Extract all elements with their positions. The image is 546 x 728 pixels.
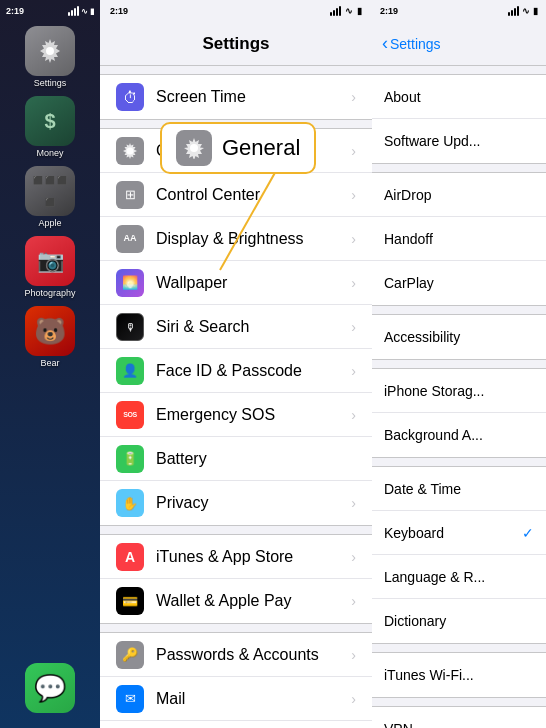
battery-icon: ▮ bbox=[90, 7, 94, 16]
right-row-airdrop[interactable]: AirDrop bbox=[372, 173, 546, 217]
app-bear[interactable]: 🐻 Bear bbox=[20, 306, 80, 368]
right-status-icons: ∿ ▮ bbox=[508, 6, 538, 16]
wifi-icon: ∿ bbox=[345, 6, 353, 16]
iphone-storage-label: iPhone Storag... bbox=[384, 383, 534, 399]
faceid-label: Face ID & Passcode bbox=[156, 362, 343, 380]
settings-row-itunes[interactable]: A iTunes & App Store › bbox=[100, 535, 372, 579]
settings-row-wallpaper[interactable]: 🌅 Wallpaper › bbox=[100, 261, 372, 305]
settings-row-faceid[interactable]: 👤 Face ID & Passcode › bbox=[100, 349, 372, 393]
right-row-itunes-wifi[interactable]: iTunes Wi-Fi... bbox=[372, 653, 546, 697]
right-row-about[interactable]: About bbox=[372, 75, 546, 119]
settings-row-screen-time[interactable]: ⏱ Screen Time › bbox=[100, 75, 372, 119]
right-time: 2:19 bbox=[380, 6, 398, 16]
general-settings-list: About Software Upd... AirDrop Handoff Ca… bbox=[372, 66, 546, 728]
right-row-accessibility[interactable]: Accessibility bbox=[372, 315, 546, 359]
chevron-icon: › bbox=[351, 319, 356, 335]
right-row-keyboard[interactable]: Keyboard ✓ bbox=[372, 511, 546, 555]
sos-label: Emergency SOS bbox=[156, 406, 343, 424]
middle-time: 2:19 bbox=[110, 6, 128, 16]
wallet-icon: 💳 bbox=[116, 587, 144, 615]
settings-group-3: A iTunes & App Store › 💳 Wallet & Apple … bbox=[100, 534, 372, 624]
chevron-icon: › bbox=[351, 407, 356, 423]
sos-icon: SOS bbox=[116, 401, 144, 429]
back-button[interactable]: ‹ Settings bbox=[382, 33, 441, 54]
back-chevron-icon: ‹ bbox=[382, 33, 388, 54]
about-label: About bbox=[384, 89, 534, 105]
control-center-label: Control Center bbox=[156, 186, 343, 204]
chevron-icon: › bbox=[351, 89, 356, 105]
settings-group-4: 🔑 Passwords & Accounts › ✉ Mail › 👤 Cont… bbox=[100, 632, 372, 728]
settings-group-1: ⏱ Screen Time › bbox=[100, 74, 372, 120]
settings-title: Settings bbox=[202, 34, 269, 54]
app-settings[interactable]: Settings bbox=[20, 26, 80, 88]
checkmark-icon: ✓ bbox=[522, 525, 534, 541]
settings-row-wallet[interactable]: 💳 Wallet & Apple Pay › bbox=[100, 579, 372, 623]
settings-row-general[interactable]: General › bbox=[100, 129, 372, 173]
right-row-language[interactable]: Language & R... bbox=[372, 555, 546, 599]
settings-row-passwords[interactable]: 🔑 Passwords & Accounts › bbox=[100, 633, 372, 677]
siri-label: Siri & Search bbox=[156, 318, 343, 336]
settings-row-siri[interactable]: 🎙 Siri & Search › bbox=[100, 305, 372, 349]
right-row-vpn[interactable]: VPN bbox=[372, 707, 546, 728]
faceid-icon: 👤 bbox=[116, 357, 144, 385]
settings-row-contacts[interactable]: 👤 Contacts › bbox=[100, 721, 372, 728]
privacy-label: Privacy bbox=[156, 494, 343, 512]
general-icon bbox=[116, 137, 144, 165]
right-row-date-time[interactable]: Date & Time bbox=[372, 467, 546, 511]
app-money[interactable]: $ Money bbox=[20, 96, 80, 158]
chevron-icon: › bbox=[351, 363, 356, 379]
date-time-label: Date & Time bbox=[384, 481, 534, 497]
settings-row-privacy[interactable]: ✋ Privacy › bbox=[100, 481, 372, 525]
photography-app-label: Photography bbox=[24, 288, 75, 298]
settings-row-battery[interactable]: 🔋 Battery bbox=[100, 437, 372, 481]
general-submenu-panel: 2:19 ∿ ▮ ‹ Settings About Software Upd..… bbox=[372, 0, 546, 728]
battery-icon: ▮ bbox=[533, 6, 538, 16]
airdrop-label: AirDrop bbox=[384, 187, 534, 203]
keyboard-label: Keyboard bbox=[384, 525, 522, 541]
home-screen: 2:19 ∿ ▮ Settings $ bbox=[0, 0, 100, 728]
app-photography[interactable]: 📷 Photography bbox=[20, 236, 80, 298]
battery-label: Battery bbox=[156, 450, 356, 468]
language-label: Language & R... bbox=[384, 569, 534, 585]
accessibility-label: Accessibility bbox=[384, 329, 534, 345]
chevron-icon: › bbox=[351, 143, 356, 159]
right-row-software-update[interactable]: Software Upd... bbox=[372, 119, 546, 163]
right-group-4: iPhone Storag... Background A... bbox=[372, 368, 546, 458]
app-apple[interactable]: ⬛ ⬛ ⬛ ⬛ Apple bbox=[20, 166, 80, 228]
chevron-icon: › bbox=[351, 495, 356, 511]
settings-row-display[interactable]: AA Display & Brightness › bbox=[100, 217, 372, 261]
chevron-icon: › bbox=[351, 187, 356, 203]
signal-icon bbox=[508, 6, 519, 16]
dictionary-label: Dictionary bbox=[384, 613, 534, 629]
settings-row-control-center[interactable]: ⊞ Control Center › bbox=[100, 173, 372, 217]
settings-list: ⏱ Screen Time › General › ⊞ bbox=[100, 66, 372, 728]
itunes-label: iTunes & App Store bbox=[156, 548, 343, 566]
wallet-label: Wallet & Apple Pay bbox=[156, 592, 343, 610]
right-row-iphone-storage[interactable]: iPhone Storag... bbox=[372, 369, 546, 413]
right-row-carplay[interactable]: CarPlay bbox=[372, 261, 546, 305]
itunes-wifi-label: iTunes Wi-Fi... bbox=[384, 667, 534, 683]
wallpaper-icon: 🌅 bbox=[116, 269, 144, 297]
chevron-icon: › bbox=[351, 647, 356, 663]
right-row-background-app[interactable]: Background A... bbox=[372, 413, 546, 457]
chevron-icon: › bbox=[351, 275, 356, 291]
wifi-icon: ∿ bbox=[522, 6, 530, 16]
settings-app-icon bbox=[25, 26, 75, 76]
bear-app-icon: 🐻 bbox=[25, 306, 75, 356]
money-app-icon: $ bbox=[25, 96, 75, 146]
handoff-label: Handoff bbox=[384, 231, 534, 247]
right-group-3: Accessibility bbox=[372, 314, 546, 360]
money-app-label: Money bbox=[36, 148, 63, 158]
right-group-5: Date & Time Keyboard ✓ Language & R... D… bbox=[372, 466, 546, 644]
settings-row-mail[interactable]: ✉ Mail › bbox=[100, 677, 372, 721]
messages-app-icon[interactable]: 💬 bbox=[25, 663, 75, 713]
right-row-handoff[interactable]: Handoff bbox=[372, 217, 546, 261]
left-status-icons: ∿ ▮ bbox=[68, 6, 94, 16]
right-group-7: VPN bbox=[372, 706, 546, 728]
signal-icon bbox=[330, 6, 341, 16]
back-label: Settings bbox=[390, 36, 441, 52]
wallpaper-label: Wallpaper bbox=[156, 274, 343, 292]
chevron-icon: › bbox=[351, 691, 356, 707]
settings-row-sos[interactable]: SOS Emergency SOS › bbox=[100, 393, 372, 437]
right-row-dictionary[interactable]: Dictionary bbox=[372, 599, 546, 643]
